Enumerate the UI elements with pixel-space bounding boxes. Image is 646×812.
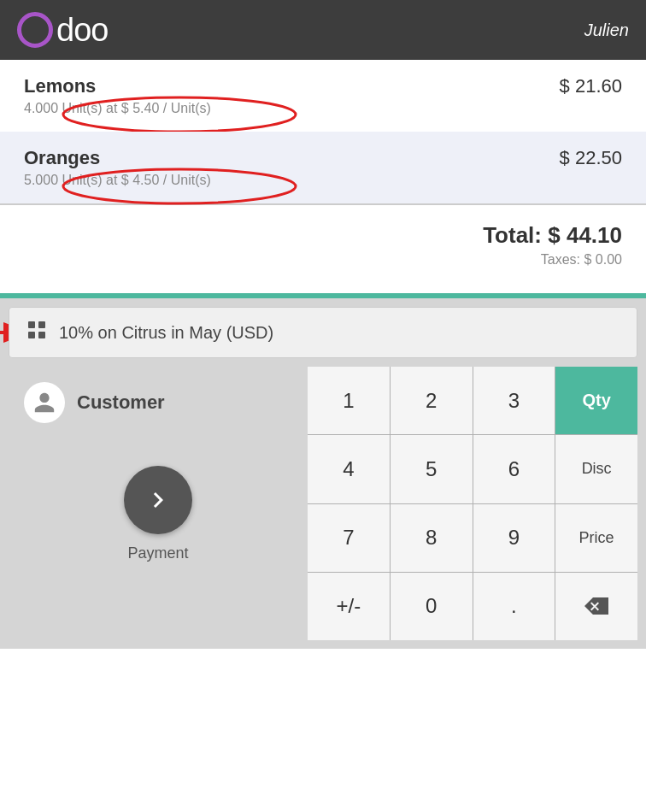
svg-rect-4 [38, 321, 45, 328]
item-price-oranges: $ 22.50 [560, 147, 622, 169]
item-name-lemons: Lemons [24, 75, 211, 97]
grid-icon [26, 320, 47, 345]
pos-bottom: Customer Payment 1 2 3 Qty 4 5 6 [9, 367, 637, 640]
svg-rect-3 [28, 321, 35, 328]
item-detail-lemons: 4.000 Unit(s) at $ 5.40 / Unit(s) [24, 101, 211, 116]
order-item-lemons: Lemons 4.000 Unit(s) at $ 5.40 / Unit(s)… [0, 60, 646, 132]
discount-text: 10% on Citrus in May (USD) [59, 323, 273, 343]
header: doo Julien [0, 0, 646, 60]
numpad-8[interactable]: 8 [391, 504, 473, 572]
numpad-price[interactable]: Price [555, 504, 637, 572]
numpad-backspace[interactable] [555, 573, 637, 640]
item-detail-oranges: 5.000 Unit(s) at $ 4.50 / Unit(s) [24, 173, 211, 188]
logo-circle-icon [17, 12, 53, 48]
logo: doo [17, 12, 108, 49]
svg-rect-5 [28, 332, 35, 338]
numpad-0[interactable]: 0 [391, 573, 473, 640]
item-price-lemons: $ 21.60 [560, 75, 622, 97]
taxes-line: Taxes: $ 0.00 [24, 252, 622, 268]
numpad-7[interactable]: 7 [308, 504, 390, 572]
customer-icon [24, 382, 65, 423]
username: Julien [584, 21, 629, 40]
customer-label: Customer [77, 391, 165, 414]
numpad-4[interactable]: 4 [308, 435, 390, 503]
total-section: Total: $ 44.10 Taxes: $ 0.00 [0, 203, 646, 293]
item-name-oranges: Oranges [24, 147, 211, 169]
payment-label: Payment [127, 544, 188, 562]
numpad-dot[interactable]: . [473, 573, 555, 640]
logo-text: doo [56, 12, 108, 49]
order-item-oranges: Oranges 5.000 Unit(s) at $ 4.50 / Unit(s… [0, 132, 646, 203]
total-line: Total: $ 44.10 [24, 222, 622, 249]
numpad: 1 2 3 Qty 4 5 6 Disc 7 8 9 Price +/- 0 . [308, 367, 637, 640]
svg-rect-6 [38, 332, 45, 338]
numpad-2[interactable]: 2 [391, 367, 473, 434]
numpad-9[interactable]: 9 [473, 504, 555, 572]
numpad-plusminus[interactable]: +/- [308, 573, 390, 640]
discount-banner[interactable]: 10% on Citrus in May (USD) [9, 307, 637, 358]
left-panel: Customer Payment [9, 367, 308, 640]
numpad-disc[interactable]: Disc [555, 435, 637, 503]
numpad-1[interactable]: 1 [308, 367, 390, 434]
numpad-qty[interactable]: Qty [555, 367, 637, 434]
numpad-3[interactable]: 3 [473, 367, 555, 434]
order-items: Lemons 4.000 Unit(s) at $ 5.40 / Unit(s)… [0, 60, 646, 203]
payment-button[interactable] [124, 466, 192, 534]
pos-panel: 10% on Citrus in May (USD) Customer [0, 298, 646, 649]
discount-wrapper: 10% on Citrus in May (USD) [9, 307, 637, 358]
numpad-5[interactable]: 5 [391, 435, 473, 503]
numpad-6[interactable]: 6 [473, 435, 555, 503]
customer-row[interactable]: Customer [15, 374, 301, 440]
payment-row: Payment [15, 440, 301, 571]
